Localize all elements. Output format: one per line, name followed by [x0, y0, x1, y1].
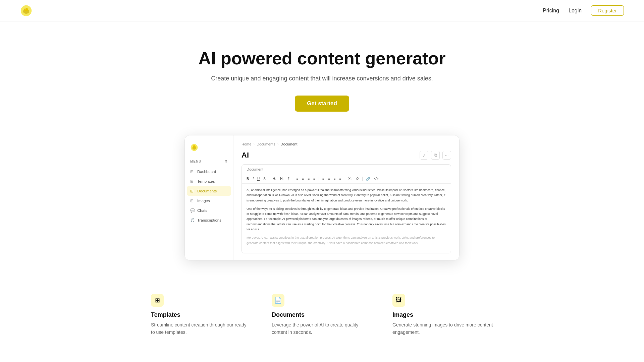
toolbar-italic[interactable]: I — [251, 176, 255, 181]
breadcrumb-home[interactable]: Home — [241, 142, 251, 146]
feature-templates: ⊞ Templates Streamline content creation … — [141, 294, 262, 336]
toolbar-indent[interactable]: ≡ — [312, 176, 317, 181]
get-started-button[interactable]: Get started — [295, 96, 349, 112]
toolbar-sep-3 — [319, 177, 319, 181]
sidebar-item-transcriptions[interactable]: 🎵 Transcriptions — [185, 215, 233, 225]
hero-section: AI powered content generator Create uniq… — [0, 21, 644, 128]
editor-para-2: One of the ways AI is aiding creatives i… — [247, 206, 446, 232]
svg-point-3 — [25, 8, 26, 9]
hero-subtitle: Create unique and engaging content that … — [7, 75, 637, 82]
editor-para-1: AI, or artificial intelligence, has emer… — [247, 188, 446, 203]
svg-point-2 — [24, 8, 28, 11]
chats-icon: 💬 — [190, 208, 195, 213]
sidebar-item-documents[interactable]: ⊞ Documents — [187, 186, 231, 196]
feature-images-icon-wrapper: 🖼 — [392, 294, 405, 307]
preview-window: MENU ⚙ ⊞ Dashboard ⊞ Templates ⊞ Documen… — [184, 135, 460, 260]
toolbar-h2[interactable]: H₂ — [279, 176, 285, 181]
doc-title-row: AI ⤢ ⧉ ··· — [241, 151, 451, 160]
sidebar-item-dashboard[interactable]: ⊞ Dashboard — [185, 167, 233, 176]
toolbar-align-justify[interactable]: ≡ — [338, 176, 343, 181]
toolbar-h1[interactable]: H₁ — [271, 176, 278, 181]
breadcrumb-sep-1: › — [253, 142, 255, 146]
more-button[interactable]: ··· — [442, 151, 451, 160]
toolbar-sep-5 — [362, 177, 363, 181]
feature-documents-desc: Leverage the power of AI to create quali… — [272, 321, 372, 336]
transcriptions-icon: 🎵 — [190, 218, 195, 222]
breadcrumb-documents[interactable]: Documents — [257, 142, 275, 146]
toolbar-align-right[interactable]: ≡ — [332, 176, 337, 181]
toolbar-outdent[interactable]: ≡ — [306, 176, 311, 181]
editor-toolbar[interactable]: B I U S H₁ H₂ ¶ ≡ ≡ ≡ ≡ ≡ ≡ ≡ — [242, 174, 451, 184]
feature-documents-title: Documents — [272, 311, 372, 318]
sidebar-item-images[interactable]: ⊞ Images — [185, 196, 233, 205]
toolbar-underline[interactable]: U — [256, 176, 261, 181]
editor-body[interactable]: AI, or artificial intelligence, has emer… — [242, 184, 451, 253]
sidebar-item-chats[interactable]: 💬 Chats — [185, 205, 233, 215]
nav-pricing[interactable]: Pricing — [543, 8, 559, 14]
feature-images-title: Images — [392, 311, 493, 318]
toolbar-bold[interactable]: B — [245, 176, 250, 181]
sidebar: MENU ⚙ ⊞ Dashboard ⊞ Templates ⊞ Documen… — [185, 135, 233, 260]
copy-button[interactable]: ⧉ — [431, 151, 440, 160]
hero-title: AI powered content generator — [7, 48, 637, 68]
feature-documents-icon-wrapper: 📄 — [272, 294, 284, 307]
editor-header: Document — [242, 165, 451, 174]
feature-documents: 📄 Documents Leverage the power of AI to … — [262, 294, 382, 336]
editor-area: Document B I U S H₁ H₂ ¶ ≡ ≡ ≡ ≡ — [241, 164, 451, 253]
images-icon: ⊞ — [190, 198, 195, 203]
nav-register-button[interactable]: Register — [591, 5, 624, 16]
toolbar-paragraph[interactable]: ¶ — [286, 176, 290, 181]
feature-templates-title: Templates — [151, 311, 252, 318]
breadcrumb: Home › Documents › Document — [241, 142, 451, 146]
main-editor: Home › Documents › Document AI ⤢ ⧉ ··· D… — [233, 135, 459, 260]
feature-templates-desc: Streamline content creation through our … — [151, 321, 252, 336]
doc-actions: ⤢ ⧉ ··· — [420, 151, 451, 160]
breadcrumb-current: Document — [280, 142, 297, 146]
toolbar-code[interactable]: </> — [372, 176, 380, 181]
logo-icon — [20, 5, 32, 17]
toolbar-subscript[interactable]: X₂ — [347, 176, 354, 181]
sidebar-menu-label: MENU ⚙ — [185, 158, 233, 167]
toolbar-align-center[interactable]: ≡ — [327, 176, 331, 181]
nav-links: Pricing Login Register — [543, 5, 624, 16]
feature-documents-icon: 📄 — [274, 297, 282, 304]
feature-templates-icon: ⊞ — [155, 297, 160, 304]
doc-title: AI — [241, 151, 249, 160]
logo[interactable] — [20, 5, 32, 17]
expand-button[interactable]: ⤢ — [420, 151, 428, 160]
breadcrumb-sep-2: › — [277, 142, 279, 146]
toolbar-superscript[interactable]: X² — [354, 176, 360, 181]
editor-para-3: Moreover, AI can assist creatives in the… — [247, 235, 446, 246]
feature-images-icon: 🖼 — [396, 297, 402, 304]
svg-point-6 — [193, 145, 196, 148]
toolbar-sep-1 — [269, 177, 269, 181]
features-section: ⊞ Templates Streamline content creation … — [121, 281, 523, 362]
toolbar-sep-2 — [293, 177, 293, 181]
toolbar-link[interactable]: 🔗 — [365, 176, 371, 181]
sidebar-item-templates[interactable]: ⊞ Templates — [185, 176, 233, 186]
toolbar-ol[interactable]: ≡ — [301, 176, 306, 181]
toolbar-ul[interactable]: ≡ — [295, 176, 300, 181]
sidebar-logo — [185, 141, 233, 158]
dashboard-icon: ⊞ — [190, 169, 195, 174]
toolbar-align-left[interactable]: ≡ — [321, 176, 326, 181]
sidebar-logo-icon — [190, 143, 198, 152]
feature-templates-icon-wrapper: ⊞ — [151, 294, 164, 307]
app-preview: MENU ⚙ ⊞ Dashboard ⊞ Templates ⊞ Documen… — [0, 128, 644, 281]
templates-icon: ⊞ — [190, 179, 195, 183]
feature-images: 🖼 Images Generate stunning images to dri… — [382, 294, 503, 336]
nav-login[interactable]: Login — [569, 8, 582, 14]
toolbar-sep-4 — [345, 177, 345, 181]
settings-icon[interactable]: ⚙ — [224, 160, 228, 163]
feature-images-desc: Generate stunning images to drive more c… — [392, 321, 493, 336]
documents-icon: ⊞ — [190, 189, 195, 193]
toolbar-strike[interactable]: S — [262, 176, 267, 181]
